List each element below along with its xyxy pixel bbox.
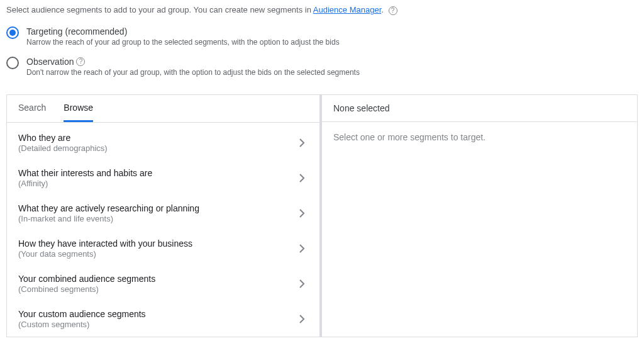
category-subtitle: (In-market and life events) [18,214,296,223]
category-title: Your custom audience segments [18,309,296,319]
tab-search[interactable]: Search [18,95,46,122]
targeting-mode-radio-group: Targeting (recommended) Narrow the reach… [0,24,644,94]
category-item[interactable]: What they are actively researching or pl… [7,196,319,231]
chevron-right-icon [296,207,308,220]
selection-panel: None selected Select one or more segment… [322,95,637,337]
category-subtitle: (Affinity) [18,179,296,188]
audience-manager-link[interactable]: Audience Manager [313,5,381,14]
chevron-right-icon [296,242,308,255]
category-subtitle: (Combined segments) [18,284,296,294]
selection-body: Select one or more segments to target. [322,122,637,152]
radio-button-icon [6,26,19,39]
radio-observation-description: Don't narrow the reach of your ad group,… [26,68,638,77]
category-item[interactable]: Your custom audience segments(Custom seg… [7,301,319,337]
radio-targeting-description: Narrow the reach of your ad group to the… [26,38,638,47]
intro-prefix: Select audience segments to add to your … [6,5,313,14]
segment-browser: Search Browse Who they are(Detailed demo… [7,95,322,337]
segment-panel: Search Browse Who they are(Detailed demo… [6,94,638,337]
intro-text: Select audience segments to add to your … [0,0,644,24]
chevron-right-icon [296,277,308,290]
category-title: What their interests and habits are [18,168,296,178]
tabs: Search Browse [7,95,319,123]
chevron-right-icon [296,137,308,149]
tab-browse[interactable]: Browse [64,95,93,122]
help-icon[interactable]: ? [389,6,397,15]
category-subtitle: (Your data segments) [18,249,296,259]
category-item[interactable]: How they have interacted with your busin… [7,231,319,266]
radio-targeting-label: Targeting (recommended) [26,26,127,36]
category-title: How they have interacted with your busin… [18,238,296,249]
chevron-right-icon [296,313,308,325]
category-title: Your combined audience segments [18,274,296,284]
category-subtitle: (Custom segments) [18,320,296,329]
selection-header: None selected [322,95,637,122]
category-list: Who they are(Detailed demographics)What … [7,125,319,337]
radio-targeting[interactable]: Targeting (recommended) Narrow the reach… [6,26,638,47]
category-title: What they are actively researching or pl… [18,203,296,213]
intro-suffix: . [381,5,384,14]
radio-button-icon [6,57,19,69]
category-subtitle: (Detailed demographics) [18,143,296,153]
category-item[interactable]: Who they are(Detailed demographics) [7,125,319,160]
radio-observation[interactable]: Observation ? Don't narrow the reach of … [6,57,638,77]
category-title: Who they are [18,133,296,143]
help-icon[interactable]: ? [76,57,85,66]
radio-observation-label: Observation [26,57,74,67]
category-item[interactable]: Your combined audience segments(Combined… [7,266,319,301]
category-item[interactable]: What their interests and habits are(Affi… [7,160,319,196]
chevron-right-icon [296,172,308,184]
